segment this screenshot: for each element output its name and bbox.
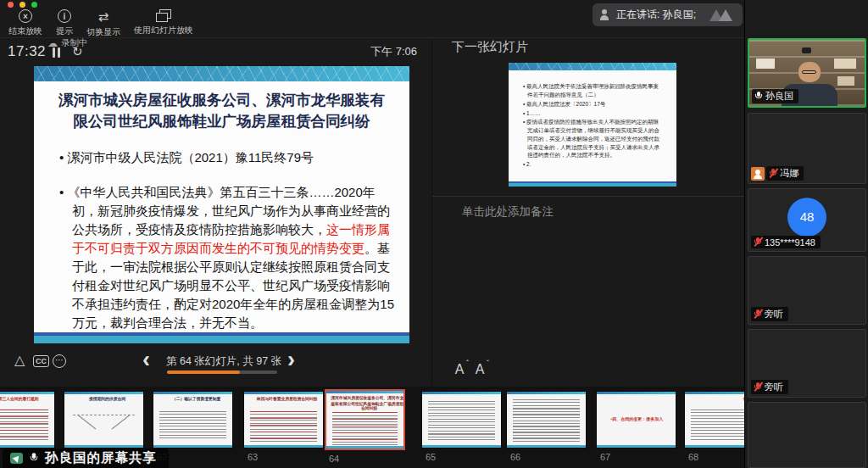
tips-icon: i (58, 9, 71, 23)
more-tools-button[interactable]: ⋯ (53, 354, 66, 368)
zoom-window-button[interactable] (31, 2, 37, 8)
mic-muted-icon (754, 237, 762, 248)
participant-name: 旁听 (765, 308, 783, 320)
thumbnail-title: 第三人合同的履行规则 (0, 397, 55, 402)
thumbnail-slide-67[interactable]: •四、合同的变更：债务加入67 (596, 391, 676, 462)
thumbnail-diagram (73, 415, 135, 435)
thumbnail-body: 林园与叶春置业房屋租赁合同纠纷 (244, 394, 323, 445)
preview-bullet: 最高人民法院关于依法妥善审理涉新冠肺炎疫情民事案件若干问题的指导意见（二） (523, 82, 664, 99)
previous-slide-button[interactable]: ‹ (142, 347, 150, 373)
mic-muted-icon (754, 382, 762, 393)
participant-name-label: 冯娜 (766, 166, 804, 181)
preview-bullet: 2. (523, 160, 664, 169)
thumbnail[interactable]: 疫情期间的供货合同 (64, 391, 144, 448)
thumbnail[interactable] (421, 391, 502, 448)
notes-area[interactable]: 单击此处添加备注 (432, 197, 744, 358)
thumbnail-text-lines (691, 410, 744, 440)
participant-badges: 旁听 (751, 307, 788, 321)
thumbnail[interactable] (506, 391, 587, 448)
participant-badges: 135****9148 (751, 236, 821, 248)
participant-name-label: 旁听 (751, 307, 788, 321)
thumbnail-slide-65[interactable]: 65 (421, 391, 502, 462)
share-mic-icon (29, 452, 39, 465)
active-speaker-banner: 正在讲话: 孙良国; (593, 3, 743, 26)
slide-bullet: • 《中华人民共和国民法典》第五百三十三条……2020年初，新冠肺炎疫情爆发，世… (59, 183, 399, 332)
slide-bullet-text: 漯河市中级人民法院（2021）豫11民终79号 (67, 150, 314, 164)
thumbnail-slide-pos1[interactable]: 疫情期间的供货合同 (64, 391, 144, 448)
video-scene-element (756, 58, 775, 69)
meeting-app-logo-icon (709, 8, 735, 21)
thumbnail-body: 第三人合同的履行规则 (0, 394, 54, 445)
thumbnail-slide-66[interactable]: 66 (506, 391, 587, 462)
thumbnail[interactable]: 债务加入认定 (684, 391, 744, 448)
participant-tile-partial[interactable] (748, 402, 866, 468)
thumbnail-text-lines (0, 410, 48, 442)
thumbnail-body (507, 394, 586, 445)
thumbnail-text-lines (332, 412, 398, 446)
toolbar-end-show-button[interactable]: ×结束放映 (8, 9, 42, 38)
presenter-view-window: ×结束放映i提示⇄切换显示使用幻灯片放映 ☁ 录制中 17:32 ↻ 正在讲话:… (0, 0, 868, 468)
mic-icon (754, 91, 763, 102)
pause-timer-button[interactable] (53, 47, 63, 58)
thumbnail-body (422, 394, 501, 445)
participants-sidebar: 孙良国冯娜48135****9148旁听旁听 (744, 0, 868, 468)
thumbnail-band (153, 445, 232, 448)
thumbnail-body: 疫情期间的供货合同 (64, 394, 143, 445)
thumbnail-band (507, 445, 586, 448)
font-decrease-button[interactable]: A (472, 362, 487, 377)
thumbnail-text-lines (159, 411, 226, 438)
toolbar-switch-display-button[interactable]: ⇄切换显示 (86, 9, 120, 38)
screen-share-badge: 孙良国的屏幕共享 (3, 448, 169, 468)
participant-tile-旁听[interactable]: 旁听 (748, 329, 866, 398)
participant-name: 旁听 (765, 381, 783, 393)
switch-display-icon: ⇄ (98, 9, 109, 24)
toolbar-use-slideshow-button[interactable]: 使用幻灯片放映 (134, 9, 193, 38)
thumbnail-slide-pos0[interactable]: 第三人合同的履行规则 (0, 391, 55, 448)
participant-name-label: 孙良国 (752, 89, 798, 103)
thumbnail-slide-63[interactable]: 林园与叶春置业房屋租赁合同纠纷63 (243, 391, 324, 462)
host-badge-icon (751, 167, 765, 181)
slide-title: 漯河市城兴房屋征收服务公司、漯河市龙华服装有限公司世纪风服饰鞋业广场房屋租赁合同… (54, 90, 389, 131)
thumbnail[interactable]: 林园与叶春置业房屋租赁合同纠纷 (243, 391, 324, 448)
slide-progress-bar (167, 370, 277, 374)
participant-tile-孙良国[interactable]: 孙良国 (748, 38, 866, 108)
toolbar-button-label: 切换显示 (86, 26, 120, 38)
preview-footer-band (509, 181, 676, 187)
participant-name: 孙良国 (765, 90, 793, 103)
thumbnail-title: 林园与叶春置业房屋租赁合同纠纷 (248, 397, 324, 402)
participant-name-label: 旁听 (751, 380, 788, 394)
reset-timer-button[interactable]: ↻ (72, 44, 83, 59)
thumbnail-band (244, 445, 323, 448)
thumbnail-slide-64[interactable]: 漯河市城兴房屋征收服务公司、漯河市龙华服装有限公司世纪风服饰鞋业广场房屋租赁合同… (325, 389, 405, 464)
thumbnail-body: （二）确认了情势变更制度 (153, 394, 232, 445)
toolbar-button-label: 提示 (56, 25, 73, 37)
captions-button[interactable]: CC (33, 355, 49, 367)
thumbnail[interactable]: 漯河市城兴房屋征收服务公司、漯河市龙华服装有限公司世纪风服饰鞋业广场房屋租赁合同… (325, 389, 405, 450)
share-badge-label: 孙良国的屏幕共享 (45, 449, 157, 467)
thumbnail-band (422, 445, 501, 448)
thumbnail[interactable]: •四、合同的变更：债务加入 (596, 391, 676, 448)
notes-placeholder: 单击此处添加备注 (462, 204, 554, 220)
video-scene-element (802, 47, 811, 53)
thumbnail-body: 漯河市城兴房屋征收服务公司、漯河市龙华服装有限公司世纪风服饰鞋业广场房屋租赁合同… (326, 393, 403, 446)
participant-tile-135****9148[interactable]: 48135****9148 (748, 188, 866, 252)
thumbnail[interactable]: （二）确认了情势变更制度 (153, 391, 233, 448)
thumbnail-title: 疫情期间的供货合同 (68, 397, 144, 402)
thumbnail-number: 67 (596, 452, 676, 462)
thumbnail[interactable]: 第三人合同的履行规则 (0, 391, 55, 448)
minimize-window-button[interactable] (19, 2, 25, 8)
next-slide-preview[interactable]: 最高人民法院关于依法妥善审理涉新冠肺炎疫情民事案件若干问题的指导意见（二）最高人… (509, 63, 676, 187)
next-slide-button[interactable]: › (287, 347, 295, 373)
slide-position-label: 第 64 张幻灯片, 共 97 张 (166, 354, 281, 369)
thumbnail-slide-68[interactable]: 债务加入认定68 (684, 391, 744, 462)
avatar: 48 (787, 198, 826, 237)
participant-tile-冯娜[interactable]: 冯娜 (748, 113, 866, 184)
pen-tool-button[interactable]: △ (14, 352, 25, 368)
close-window-button[interactable] (8, 2, 14, 8)
participant-name: 冯娜 (780, 167, 798, 180)
mic-muted-icon (754, 309, 762, 320)
avatar (787, 341, 826, 380)
toolbar-tips-button[interactable]: i提示 (56, 9, 73, 38)
participant-tile-旁听[interactable]: 旁听 (748, 256, 866, 325)
font-increase-button[interactable]: A (452, 362, 467, 377)
